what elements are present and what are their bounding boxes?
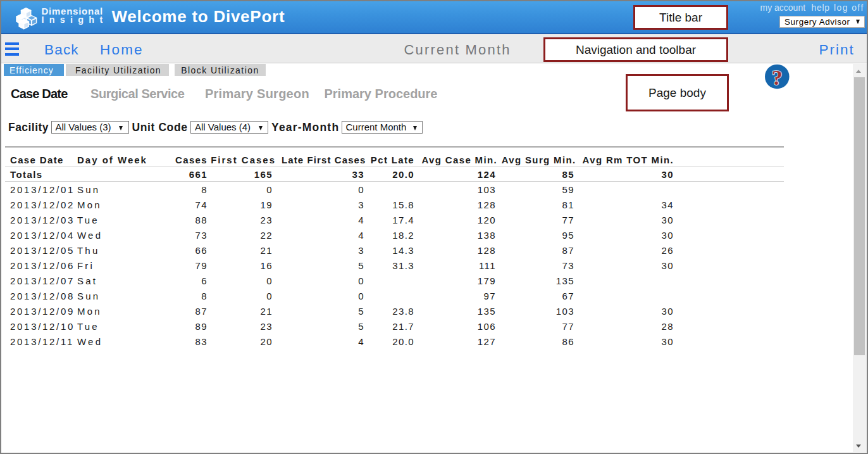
svg-text:?: ? bbox=[772, 66, 783, 89]
